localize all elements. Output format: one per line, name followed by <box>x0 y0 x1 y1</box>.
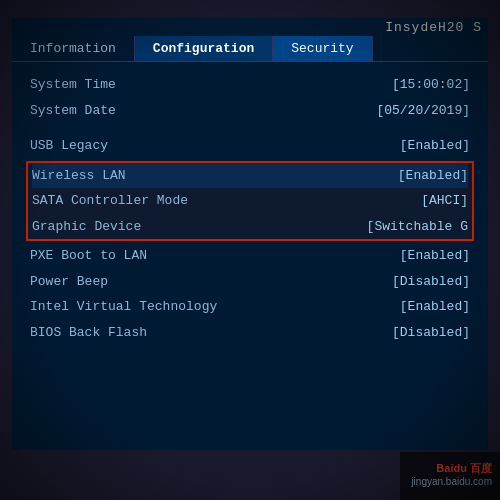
label-sata-controller: SATA Controller Mode <box>32 191 188 211</box>
value-bios-back-flash: [Disabled] <box>392 323 470 343</box>
row-wireless-lan[interactable]: Wireless LAN [Enabled] <box>32 163 468 189</box>
value-power-beep: [Disabled] <box>392 272 470 292</box>
row-graphic-device[interactable]: Graphic Device [Switchable G <box>32 214 468 240</box>
label-system-date: System Date <box>30 101 116 121</box>
row-system-time[interactable]: System Time [15:00:02] <box>30 72 470 98</box>
value-system-time: [15:00:02] <box>392 75 470 95</box>
value-wireless-lan: [Enabled] <box>398 166 468 186</box>
value-usb-legacy: [Enabled] <box>400 136 470 156</box>
baidu-site-text: jingyan.baidu.com <box>411 476 492 487</box>
bios-screen: InsydeH20 S Information Configuration Se… <box>0 0 500 500</box>
label-usb-legacy: USB Legacy <box>30 136 108 156</box>
tab-information[interactable]: Information <box>12 36 135 61</box>
value-system-date: [05/20/2019] <box>376 101 470 121</box>
highlighted-red-box: Wireless LAN [Enabled] SATA Controller M… <box>26 161 474 242</box>
tab-security[interactable]: Security <box>273 36 372 61</box>
row-bios-back-flash[interactable]: BIOS Back Flash [Disabled] <box>30 320 470 346</box>
bios-content-area: InsydeH20 S Information Configuration Se… <box>12 18 488 450</box>
row-sata-controller[interactable]: SATA Controller Mode [AHCI] <box>32 188 468 214</box>
row-usb-legacy[interactable]: USB Legacy [Enabled] <box>30 133 470 159</box>
baidu-brand-logo: Baidu 百度 <box>436 461 492 476</box>
row-intel-vt[interactable]: Intel Virtual Technology [Enabled] <box>30 294 470 320</box>
brand-text: InsydeH20 S <box>385 20 482 35</box>
label-system-time: System Time <box>30 75 116 95</box>
label-graphic-device: Graphic Device <box>32 217 141 237</box>
label-bios-back-flash: BIOS Back Flash <box>30 323 147 343</box>
bios-settings-list: System Time [15:00:02] System Date [05/2… <box>12 62 488 355</box>
label-wireless-lan: Wireless LAN <box>32 166 126 186</box>
row-pxe-boot[interactable]: PXE Boot to LAN [Enabled] <box>30 243 470 269</box>
row-power-beep[interactable]: Power Beep [Disabled] <box>30 269 470 295</box>
label-power-beep: Power Beep <box>30 272 108 292</box>
row-system-date[interactable]: System Date [05/20/2019] <box>30 98 470 124</box>
spacer-1 <box>30 123 470 133</box>
watermark-area: Baidu 百度 jingyan.baidu.com <box>400 452 500 500</box>
label-pxe-boot: PXE Boot to LAN <box>30 246 147 266</box>
bios-brand: InsydeH20 S <box>379 18 488 37</box>
value-graphic-device: [Switchable G <box>367 217 468 237</box>
value-sata-controller: [AHCI] <box>421 191 468 211</box>
label-intel-vt: Intel Virtual Technology <box>30 297 217 317</box>
value-intel-vt: [Enabled] <box>400 297 470 317</box>
tab-configuration[interactable]: Configuration <box>135 36 273 61</box>
value-pxe-boot: [Enabled] <box>400 246 470 266</box>
bios-tab-bar: Information Configuration Security <box>12 36 488 62</box>
